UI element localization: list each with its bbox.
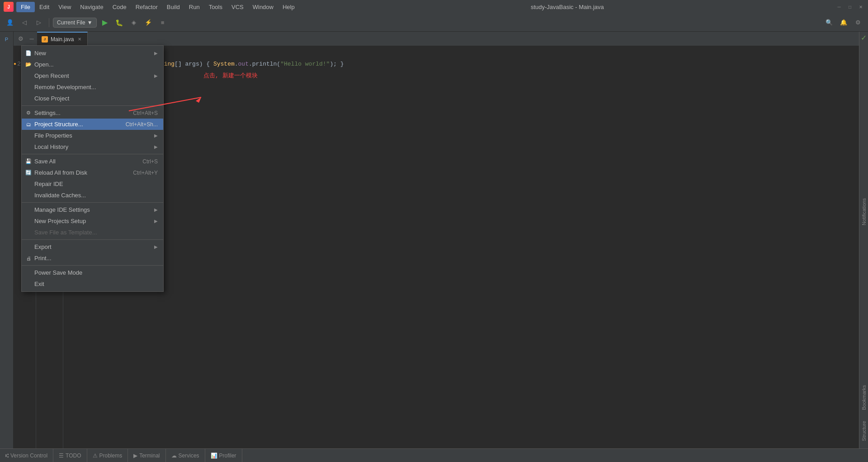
right-panel: ✓ Notifications Bookmarks Structure — [859, 32, 868, 448]
toolbar: 👤 ◁ ▷ Current File ▼ ▶ 🐛 ◈ ⚡ ■ 🔍 🔔 ⚙ — [0, 14, 868, 32]
terminal-icon: ▶ — [133, 452, 137, 459]
sidebar-project-icon[interactable]: P — [1, 33, 13, 45]
menu-local-history[interactable]: Local History ▶ — [22, 141, 163, 152]
menu-code[interactable]: Code — [108, 2, 131, 12]
todo-tab[interactable]: ☰ TODO — [53, 449, 87, 462]
search-everywhere-button[interactable]: 🔍 — [823, 16, 835, 29]
menu-export[interactable]: Export ▶ — [22, 241, 163, 252]
menu-exit[interactable]: Exit — [22, 278, 163, 290]
coverage-button[interactable]: ◈ — [127, 16, 140, 29]
menu-view[interactable]: View — [54, 2, 75, 12]
toolbar-back-button[interactable]: ◁ — [18, 16, 31, 29]
menu-save-all[interactable]: 💾 Save All Ctrl+S — [22, 156, 163, 167]
tab-settings-icon[interactable]: ⚙ — [15, 33, 26, 44]
menu-invalidate-caches[interactable]: Invalidate Caches... — [22, 190, 163, 201]
settings-menu-icon: ⚙ — [24, 110, 33, 116]
tab-minus-button[interactable]: ─ — [26, 33, 37, 44]
tab-filename: Main.java — [51, 36, 74, 43]
settings-icon[interactable]: ⚙ — [852, 16, 864, 29]
reload-icon: 🔄 — [24, 170, 33, 176]
save-all-icon: 💾 — [24, 158, 33, 164]
bookmarks-label[interactable]: Bookmarks — [859, 381, 868, 414]
window-title: study-JavaBasic - Main.java — [531, 4, 604, 10]
separator-3 — [22, 202, 163, 203]
minimize-button[interactable]: ─ — [835, 3, 843, 10]
todo-icon: ☰ — [59, 452, 64, 459]
menu-file[interactable]: File — [16, 2, 35, 12]
submenu-arrow-export-icon: ▶ — [154, 244, 158, 249]
svg-line-0 — [129, 97, 201, 111]
menu-save-template: Save File as Template... — [22, 227, 163, 238]
annotation-arrow — [129, 97, 219, 115]
services-tab[interactable]: ☁ Services — [166, 449, 205, 462]
menu-open-recent[interactable]: Open Recent ▶ — [22, 70, 163, 81]
menu-help[interactable]: Help — [278, 2, 299, 12]
separator-2 — [22, 154, 163, 154]
run-config-dropdown[interactable]: Current File ▼ — [53, 18, 97, 28]
menu-vcs[interactable]: VCS — [227, 2, 248, 12]
submenu-arrow-recent-icon: ▶ — [154, 73, 158, 78]
tabs-bar: ⚙ ─ J Main.java ✕ — [14, 32, 859, 46]
app-logo: J — [4, 2, 14, 12]
close-button[interactable]: ✕ — [857, 3, 864, 10]
submenu-arrow-newprojects-icon: ▶ — [154, 219, 158, 224]
submenu-arrow-icon: ▶ — [154, 51, 158, 56]
menu-edit[interactable]: Edit — [35, 2, 54, 12]
menu-open[interactable]: 📂 Open... — [22, 59, 163, 70]
services-label: Services — [179, 452, 199, 459]
problems-tab[interactable]: ⚠ Problems — [87, 449, 128, 462]
menu-power-save[interactable]: Power Save Mode — [22, 267, 163, 278]
notifications-label[interactable]: Notifications — [859, 195, 868, 229]
menu-new-projects-setup[interactable]: New Projects Setup ▶ — [22, 215, 163, 227]
menu-reload[interactable]: 🔄 Reload All from Disk Ctrl+Alt+Y — [22, 167, 163, 178]
project-structure-icon: 🗂 — [24, 122, 33, 127]
toolbar-right: 🔍 🔔 ⚙ — [823, 16, 864, 29]
java-file-icon: J — [42, 36, 48, 43]
notification-icon[interactable]: 🔔 — [837, 16, 850, 29]
tab-close-button[interactable]: ✕ — [76, 36, 83, 43]
title-bar-left: J File Edit View Navigate Code Refactor … — [4, 2, 299, 12]
menu-tools[interactable]: Tools — [204, 2, 227, 12]
structure-label[interactable]: Structure — [859, 417, 868, 445]
version-control-tab[interactable]: ⑆ Version Control — [0, 449, 53, 462]
menu-manage-ide[interactable]: Manage IDE Settings ▶ — [22, 204, 163, 215]
menu-print[interactable]: 🖨 Print... — [22, 252, 163, 264]
run-button[interactable]: ▶ — [99, 16, 111, 29]
menu-repair-ide[interactable]: Repair IDE — [22, 178, 163, 190]
dropdown-arrow-icon: ▼ — [87, 19, 93, 26]
inspection-ok-icon: ✓ — [861, 33, 867, 42]
file-menu-dropdown: 📄 New ▶ 📂 Open... Open Recent ▶ Remote D… — [21, 45, 164, 292]
menu-navigate[interactable]: Navigate — [75, 2, 108, 12]
menu-project-structure[interactable]: 🗂 Project Structure... Ctrl+Alt+Sh... — [22, 119, 163, 130]
problems-icon: ⚠ — [93, 452, 98, 459]
maximize-button[interactable]: □ — [846, 3, 854, 10]
toolbar-separator-1 — [49, 18, 49, 27]
profiler-tab[interactable]: 📊 Profiler — [205, 449, 242, 462]
print-icon: 🖨 — [24, 256, 33, 261]
version-control-icon: ⑆ — [5, 452, 9, 459]
menu-new[interactable]: 📄 New ▶ — [22, 48, 163, 59]
toolbar-forward-button[interactable]: ▷ — [33, 16, 45, 29]
submenu-arrow-fileprops-icon: ▶ — [154, 133, 158, 138]
profiler-icon: 📊 — [211, 452, 217, 459]
annotation-text: 点击, 新建一个模块 — [203, 71, 258, 81]
menu-remote-dev[interactable]: Remote Development... — [22, 81, 163, 93]
bottom-strip: ⑆ Version Control ☰ TODO ⚠ Problems ▶ Te… — [0, 448, 868, 462]
stop-button[interactable]: ■ — [156, 16, 169, 29]
profile-button[interactable]: ⚡ — [142, 16, 155, 29]
menu-file-props[interactable]: File Properties ▶ — [22, 130, 163, 141]
run-config-label: Current File — [57, 19, 85, 26]
title-bar: J File Edit View Navigate Code Refactor … — [0, 0, 868, 14]
open-folder-icon: 📂 — [24, 62, 33, 67]
debug-button[interactable]: 🐛 — [113, 16, 126, 29]
terminal-tab[interactable]: ▶ Terminal — [128, 449, 165, 462]
separator-5 — [22, 265, 163, 266]
menu-refactor[interactable]: Refactor — [131, 2, 162, 12]
left-sidebar: P — [0, 32, 14, 448]
menu-window[interactable]: Window — [248, 2, 278, 12]
menu-build[interactable]: Build — [162, 2, 184, 12]
toolbar-user-icon[interactable]: 👤 — [4, 16, 16, 29]
new-file-icon: 📄 — [24, 50, 33, 56]
main-java-tab[interactable]: J Main.java ✕ — [37, 32, 88, 46]
menu-run[interactable]: Run — [184, 2, 204, 12]
